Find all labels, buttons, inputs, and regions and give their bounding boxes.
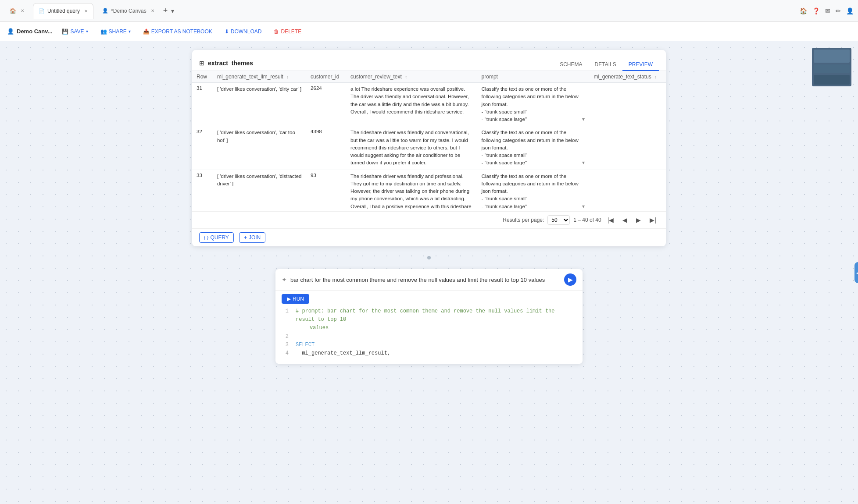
run-icon: ▶ <box>287 296 291 302</box>
query-tab-label: Untitled query <box>47 8 80 14</box>
resize-handle[interactable] <box>275 253 583 262</box>
table-scroll-area[interactable]: Row ml_generate_text_llm_result ↕ custom… <box>192 71 666 211</box>
share-dropdown-icon[interactable]: ▾ <box>129 29 131 34</box>
delete-icon: 🗑 <box>274 28 279 35</box>
cell-cid-32: 4398 <box>306 126 346 170</box>
cell-ml-32: [ 'driver likes conversation', 'car too … <box>213 126 306 170</box>
query-button[interactable]: { } QUERY <box>199 232 234 243</box>
browser-actions: 🏠 ❓ ✉ ✏ 👤 <box>800 7 854 14</box>
cell-review-32: The rideshare driver was friendly and co… <box>346 126 477 170</box>
download-button[interactable]: ⬇ DOWNLOAD <box>222 27 265 36</box>
tab-details[interactable]: DETAILS <box>589 59 622 71</box>
close-home-icon[interactable]: ✕ <box>21 8 24 13</box>
panel-footer: { } QUERY + JOIN <box>192 228 666 246</box>
cell-ml-33: [ 'driver likes conversation', 'distract… <box>213 170 306 211</box>
cell-row-33: 33 <box>192 170 213 211</box>
code-line-1b: values <box>282 324 576 332</box>
table-row: 31 [ 'driver likes conversation', 'dirty… <box>192 83 666 126</box>
mini-map <box>812 48 851 86</box>
code-line-3: 3 SELECT <box>282 341 576 349</box>
col-header-customer-id: customer_id <box>306 71 346 83</box>
export-button[interactable]: 📤 EXPORT AS NOTEBOOK <box>140 27 215 36</box>
new-tab-button[interactable]: + <box>163 6 168 15</box>
table-body: 31 [ 'driver likes conversation', 'dirty… <box>192 83 666 212</box>
save-icon: 💾 <box>62 28 68 35</box>
save-button[interactable]: 💾 SAVE ▾ <box>59 27 90 36</box>
code-line-4: 4 ml_generate_text_llm_result, <box>282 349 576 358</box>
sort-review-icon[interactable]: ↕ <box>405 75 407 79</box>
expand-prompt-33[interactable]: ▾ <box>582 203 585 210</box>
col-header-review: customer_review_text ↕ <box>346 71 477 83</box>
tab-canvas[interactable]: 👤 *Demo Canvas ✕ <box>97 3 160 19</box>
expand-prompt-31[interactable]: ▾ <box>582 116 585 123</box>
tab-query[interactable]: 📄 Untitled query ✕ <box>33 3 93 19</box>
main-canvas-area: ⊞ extract_themes SCHEMA DETAILS PREVIEW <box>0 41 858 504</box>
cell-review-33: The rideshare driver was friendly and pr… <box>346 170 477 211</box>
data-table: Row ml_generate_text_llm_result ↕ custom… <box>192 71 666 211</box>
ai-input-bar: ✦ ▶ <box>275 269 583 291</box>
mini-map-block-3 <box>814 75 850 85</box>
per-page-select[interactable]: 50 25 100 <box>547 215 570 225</box>
app-title-area: 👤 Demo Canv... <box>7 28 52 35</box>
cell-status-33 <box>589 170 666 211</box>
tab-preview[interactable]: PREVIEW <box>622 59 659 71</box>
close-canvas-tab[interactable]: ✕ <box>151 8 154 13</box>
table-panel: ⊞ extract_themes SCHEMA DETAILS PREVIEW <box>192 50 666 246</box>
close-query-tab[interactable]: ✕ <box>84 9 88 14</box>
first-page-button[interactable]: |◀ <box>605 216 617 224</box>
share-icon: 👥 <box>100 28 107 35</box>
cell-status-31 <box>589 83 666 126</box>
app-icon: 👤 <box>7 28 14 35</box>
app-title-text: Demo Canv... <box>17 28 52 35</box>
join-button[interactable]: + JOIN <box>239 232 265 243</box>
panel-title: extract_themes <box>208 60 253 67</box>
code-editor: 1 # prompt: bar chart for the most commo… <box>275 307 583 364</box>
col-header-status: ml_generate_text_status ↕ <box>589 71 666 83</box>
app-toolbar: 👤 Demo Canv... 💾 SAVE ▾ 👥 SHARE ▾ 📤 EXPO… <box>0 22 858 41</box>
canvas-content: ⊞ extract_themes SCHEMA DETAILS PREVIEW <box>9 50 849 495</box>
col-header-row: Row <box>192 71 213 83</box>
run-button[interactable]: ▶ RUN <box>282 294 309 304</box>
tab-schema[interactable]: SCHEMA <box>554 59 588 71</box>
tab-home[interactable]: 🏠 ✕ <box>4 3 29 19</box>
cell-row-32: 32 <box>192 126 213 170</box>
download-icon: ⬇ <box>225 28 229 35</box>
home-nav-icon[interactable]: 🏠 <box>800 7 807 14</box>
table-header-row: Row ml_generate_text_llm_result ↕ custom… <box>192 71 666 83</box>
save-dropdown-icon[interactable]: ▾ <box>86 29 88 34</box>
cell-row-31: 31 <box>192 83 213 126</box>
ai-send-button[interactable]: ▶ <box>564 273 576 286</box>
last-page-button[interactable]: ▶| <box>647 216 659 224</box>
wand-icon: ✦ <box>282 276 287 283</box>
tab-menu-icon[interactable]: ▾ <box>171 7 174 14</box>
cell-status-32 <box>589 126 666 170</box>
code-line-1: 1 # prompt: bar chart for the most commo… <box>282 307 576 324</box>
canvas-tab-icon: 👤 <box>102 8 108 14</box>
user-icon[interactable]: 👤 <box>846 7 854 14</box>
send-icon: ▶ <box>568 276 573 283</box>
cell-ml-31: [ 'driver likes conversation', 'dirty ca… <box>213 83 306 126</box>
expand-prompt-32[interactable]: ▾ <box>582 159 585 167</box>
pagination-bar: Results per page: 50 25 100 1 – 40 of 40… <box>192 211 666 228</box>
sort-status-icon[interactable]: ↕ <box>654 75 657 79</box>
table-icon: ⊞ <box>199 60 204 67</box>
ai-prompt-input[interactable] <box>290 277 561 283</box>
home-icon: 🏠 <box>10 8 16 14</box>
next-page-button[interactable]: ▶ <box>633 216 644 224</box>
mini-map-block-2 <box>814 64 850 73</box>
join-icon: + <box>244 234 247 241</box>
query-tab-icon: 📄 <box>39 8 45 14</box>
query-icon: { } <box>204 235 208 240</box>
edit-icon[interactable]: ✏ <box>836 7 841 14</box>
panel-tabs: SCHEMA DETAILS PREVIEW <box>554 59 659 71</box>
delete-button[interactable]: 🗑 DELETE <box>271 27 304 36</box>
side-collapse-button[interactable]: ◀ <box>854 262 858 283</box>
ai-panel: ✦ ▶ ▶ RUN 1 # prompt: bar chart for the … <box>275 269 583 364</box>
cell-review-31: a lot The rideshare experience was overa… <box>346 83 477 126</box>
mail-icon[interactable]: ✉ <box>825 7 830 14</box>
prev-page-button[interactable]: ◀ <box>620 216 630 224</box>
share-button[interactable]: 👥 SHARE ▾ <box>98 27 133 36</box>
sort-ml-icon[interactable]: ↕ <box>286 75 289 79</box>
collapse-icon: ◀ <box>856 270 858 275</box>
help-icon[interactable]: ❓ <box>812 7 820 14</box>
